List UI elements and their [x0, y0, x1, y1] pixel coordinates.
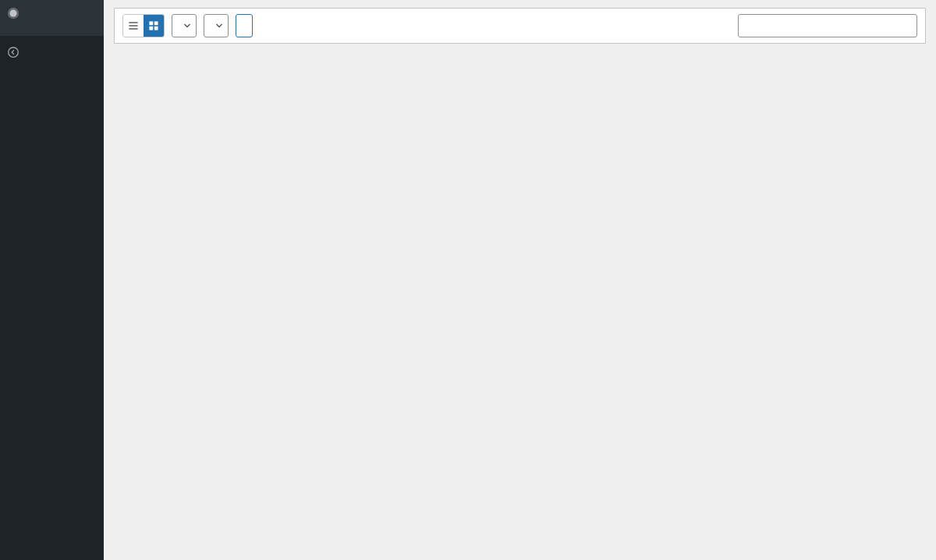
list-icon — [127, 19, 140, 32]
svg-point-1 — [10, 10, 17, 17]
svg-rect-6 — [149, 21, 153, 25]
sidebar-site-title[interactable] — [0, 0, 104, 27]
filter-date[interactable] — [204, 14, 229, 37]
bulk-select-button[interactable] — [236, 14, 253, 37]
svg-rect-3 — [129, 22, 137, 23]
filter-media-type[interactable] — [172, 14, 197, 37]
collapse-menu[interactable] — [0, 39, 104, 66]
list-view-button[interactable] — [123, 15, 144, 37]
site-avatar-icon — [6, 6, 20, 20]
collapse-icon — [6, 45, 20, 59]
svg-rect-7 — [154, 21, 158, 25]
sidebar-submenu-media — [0, 27, 104, 36]
media-grid-scroll[interactable] — [104, 44, 936, 560]
svg-rect-5 — [129, 28, 137, 30]
main-content — [104, 0, 936, 560]
search-input[interactable] — [738, 14, 917, 37]
svg-rect-4 — [129, 25, 137, 27]
admin-sidebar — [0, 0, 104, 560]
svg-point-2 — [9, 48, 19, 58]
view-switch — [122, 14, 165, 37]
svg-rect-9 — [154, 27, 158, 30]
svg-rect-8 — [149, 27, 153, 30]
grid-icon — [147, 19, 160, 32]
grid-view-button[interactable] — [144, 15, 164, 37]
media-toolbar — [114, 8, 926, 44]
